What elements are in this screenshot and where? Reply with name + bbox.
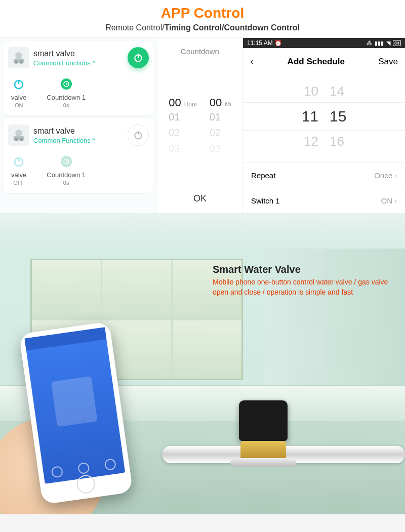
phone-in-hand xyxy=(0,322,152,514)
wifi-icon: ◥ xyxy=(386,40,390,47)
device-card-off: smart valve Common Functions ^ valve OFF… xyxy=(3,118,154,193)
bluetooth-icon: ⁂ xyxy=(367,40,372,47)
clock-icon xyxy=(61,156,72,167)
app-screens-row: smart valve Common Functions ^ valve ON … xyxy=(0,37,405,213)
countdown-tile[interactable]: Countdown 1 0s xyxy=(47,77,86,108)
clock-icon xyxy=(61,78,72,90)
chevron-right-icon: › xyxy=(394,196,397,205)
device-name: smart valve xyxy=(33,49,124,58)
countdown-wheel[interactable]: 00Hour 01 02 03 00Mi 01 02 03 xyxy=(157,96,242,156)
svg-point-9 xyxy=(15,130,22,137)
countdown-panel: Countdown 00Hour 01 02 03 00Mi 01 02 03 … xyxy=(157,38,243,213)
schedule-panel: 11:15 AM ⏰ ⁂ ▮▮▮ ◥ 84 ‹ Add Schedule Sav… xyxy=(243,38,405,213)
switch-row[interactable]: Switch 1 ON› xyxy=(243,188,405,213)
save-button[interactable]: Save xyxy=(378,57,398,67)
countdown-ok-button[interactable]: OK xyxy=(157,184,242,213)
svg-point-2 xyxy=(15,60,18,64)
header-title: APP Control xyxy=(0,5,405,21)
countdown-title: Countdown xyxy=(157,38,242,96)
svg-point-12 xyxy=(20,138,23,141)
signal-icon: ▮▮▮ xyxy=(375,40,384,47)
page-header: APP Control Remote Control/Timing Contro… xyxy=(0,0,405,37)
chevron-right-icon: › xyxy=(394,171,397,180)
valve-status-tile[interactable]: valve ON xyxy=(11,77,26,108)
header-subtitle: Remote Control/Timing Control/Countdown … xyxy=(0,23,405,32)
svg-point-11 xyxy=(15,138,18,141)
hero-description: Mobile phone one-button control water va… xyxy=(213,277,395,297)
device-name: smart valve xyxy=(33,127,124,136)
svg-point-0 xyxy=(15,52,22,59)
power-button-off[interactable] xyxy=(128,125,149,146)
power-button-on[interactable] xyxy=(128,47,149,68)
valve-thumbnail-icon xyxy=(8,125,29,146)
product-hero-image: Smart Water Valve Mobile phone one-butto… xyxy=(0,213,405,514)
valve-thumbnail-icon xyxy=(8,47,29,68)
valve-status-tile[interactable]: valve OFF xyxy=(11,155,26,186)
phone-app-screen xyxy=(25,327,126,483)
smart-valve-device xyxy=(223,400,304,466)
schedule-title: Add Schedule xyxy=(288,57,345,67)
battery-icon: 84 xyxy=(393,40,401,46)
device-cards-panel: smart valve Common Functions ^ valve ON … xyxy=(0,38,157,213)
common-functions-toggle[interactable]: Common Functions ^ xyxy=(33,137,124,144)
repeat-row[interactable]: Repeat Once› xyxy=(243,162,405,188)
time-picker-wheel[interactable]: 1014 1115 1216 xyxy=(243,75,405,162)
phone-status-bar: 11:15 AM ⏰ ⁂ ▮▮▮ ◥ 84 xyxy=(243,38,405,48)
common-functions-toggle[interactable]: Common Functions ^ xyxy=(33,59,124,67)
device-card-on: smart valve Common Functions ^ valve ON … xyxy=(3,41,154,115)
svg-point-3 xyxy=(20,60,23,64)
countdown-tile[interactable]: Countdown 1 0s xyxy=(47,155,86,186)
back-button[interactable]: ‹ xyxy=(250,55,254,68)
hero-title: Smart Water Valve xyxy=(213,264,395,275)
status-time: 11:15 AM ⏰ xyxy=(247,39,282,47)
